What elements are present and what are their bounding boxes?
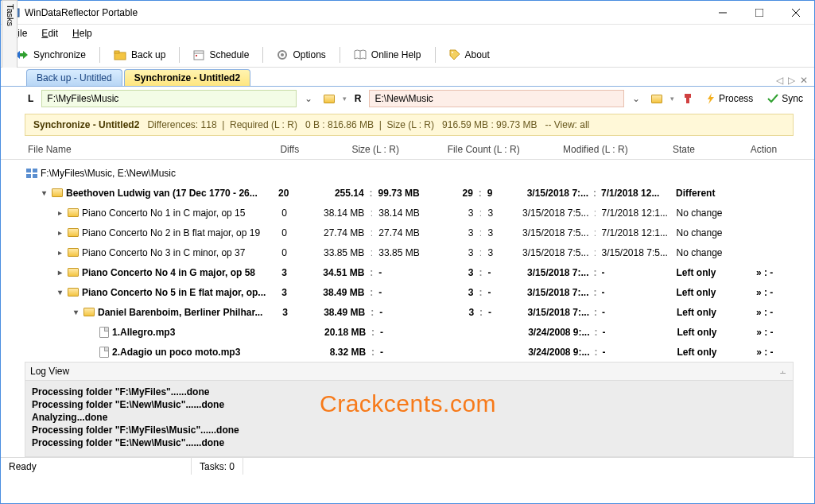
tab-next-icon[interactable]: ▷ xyxy=(788,75,795,86)
header-size[interactable]: Size (L : R) xyxy=(309,144,443,155)
toolbar-sync-label: Synchronize xyxy=(33,49,86,60)
logview-body: Processing folder "F:\MyFiles"......done… xyxy=(25,381,794,457)
expander-icon[interactable]: ▸ xyxy=(55,228,64,237)
summary-view-label: -- View: xyxy=(545,119,576,130)
table-row[interactable]: ▸ Piano Concerto No 4 in G major, op 58 … xyxy=(25,262,794,282)
toolbar-options-label: Options xyxy=(293,49,325,60)
row-size: 38.49 MB:- xyxy=(303,307,441,318)
expander-icon[interactable]: ▸ xyxy=(55,268,64,277)
row-name: Piano Concerto No 5 in E flat major, op.… xyxy=(82,287,266,298)
close-button[interactable] xyxy=(778,1,814,24)
header-action[interactable]: Action xyxy=(734,144,794,155)
process-button[interactable]: Process xyxy=(701,91,758,106)
row-modified: 3/15/2018 7:5...:3/15/2018 7:5... xyxy=(521,247,670,258)
header-modified[interactable]: Modified (L : R) xyxy=(525,144,666,155)
sync-button[interactable]: Sync xyxy=(763,91,808,106)
row-count: 3:3 xyxy=(440,227,520,238)
tab-backup[interactable]: Back up - Untitled xyxy=(26,69,122,86)
table-row[interactable]: ▾ Piano Concerto No 5 in E flat major, o… xyxy=(25,282,794,302)
root-row[interactable]: F:\MyFiles\Music, E:\New\Music xyxy=(25,163,794,183)
left-browse-dropdown-icon[interactable]: ▾ xyxy=(343,95,347,103)
toolbar-schedule[interactable]: Schedule xyxy=(186,46,256,64)
grid-header: File Name Diffs Size (L : R) File Count … xyxy=(1,139,814,160)
svg-rect-8 xyxy=(194,51,204,60)
header-diffs[interactable]: Diffs xyxy=(271,144,309,155)
menu-help[interactable]: Help xyxy=(66,26,99,41)
folder-icon xyxy=(52,188,63,197)
grid-body: F:\MyFiles\Music, E:\New\Music ▾ Beethov… xyxy=(1,160,814,360)
left-path-input[interactable] xyxy=(41,90,296,107)
row-size: 38.14 MB:38.14 MB xyxy=(302,207,440,219)
svg-rect-7 xyxy=(114,51,119,53)
lightning-icon xyxy=(706,93,716,104)
summary-required: 0 B : 816.86 MB xyxy=(305,119,374,130)
pin-icon[interactable]: ⫠ xyxy=(778,366,788,377)
toolbar-help-label: Online Help xyxy=(371,49,421,60)
filter-icon[interactable] xyxy=(679,90,697,107)
row-size: 27.74 MB:27.74 MB xyxy=(302,227,440,238)
summary-required-label: Required (L : R) xyxy=(230,119,297,130)
toolbar-backup-label: Back up xyxy=(131,49,165,60)
header-state[interactable]: State xyxy=(666,144,734,155)
minimize-button[interactable] xyxy=(704,1,741,24)
table-row[interactable]: ▾ Beethoven Ludwig van (17 Dec 1770 - 26… xyxy=(25,183,794,203)
tab-synchronize[interactable]: Synchronize - Untitled2 xyxy=(124,69,250,86)
expander-icon[interactable]: ▾ xyxy=(55,288,64,297)
right-path-input[interactable] xyxy=(369,90,623,107)
svg-rect-10 xyxy=(196,55,197,56)
toolbar-options[interactable]: Options xyxy=(270,46,332,64)
gear-icon xyxy=(277,49,288,60)
toolbar-backup[interactable]: Back up xyxy=(107,46,173,64)
folder-icon xyxy=(68,228,79,237)
left-path-dropdown-icon[interactable]: ⌄ xyxy=(301,93,316,104)
expander-icon[interactable]: ▸ xyxy=(55,208,64,217)
toolbar-about[interactable]: About xyxy=(442,46,497,64)
row-count: 3:- xyxy=(440,267,520,278)
right-path-label: R xyxy=(351,93,365,104)
row-diffs: 20 xyxy=(266,188,302,199)
separator xyxy=(435,47,436,63)
process-label: Process xyxy=(719,93,753,104)
toolbar-synchronize[interactable]: Synchronize xyxy=(7,46,93,64)
table-row[interactable]: ▸ Piano Concerto No 3 in C minor, op 37 … xyxy=(25,242,794,262)
toolbar-onlinehelp[interactable]: Online Help xyxy=(347,46,429,64)
table-row[interactable]: ▾ Daniel Barenboim, Berliner Philhar... … xyxy=(25,302,794,322)
right-browse-dropdown-icon[interactable]: ▾ xyxy=(670,95,674,103)
row-name: 1.Allegro.mp3 xyxy=(112,327,175,338)
root-text: F:\MyFiles\Music, E:\New\Music xyxy=(41,168,176,179)
log-line: Processing folder "F:\MyFiles\Music"....… xyxy=(32,424,786,436)
row-action: » : - xyxy=(735,307,794,318)
table-row[interactable]: 1.Allegro.mp3 20.18 MB:- 3/24/2008 9:...… xyxy=(25,322,794,342)
table-row[interactable]: ▸ Piano Concerto No 2 in B flat major, o… xyxy=(25,223,794,242)
svg-rect-16 xyxy=(686,98,689,103)
row-size: 33.85 MB:33.85 MB xyxy=(302,247,440,258)
svg-rect-18 xyxy=(33,169,37,173)
left-browse-icon[interactable] xyxy=(320,90,338,107)
header-filename[interactable]: File Name xyxy=(25,144,271,155)
right-browse-icon[interactable] xyxy=(648,90,666,107)
row-modified: 3/24/2008 9:...:- xyxy=(522,327,671,338)
row-count: 3:- xyxy=(440,287,520,298)
menu-edit[interactable]: Edit xyxy=(35,26,64,41)
tab-prev-icon[interactable]: ◁ xyxy=(776,75,783,86)
expander-icon[interactable]: ▸ xyxy=(55,248,64,257)
row-size: 8.32 MB:- xyxy=(304,347,442,358)
sync-label: Sync xyxy=(782,93,803,104)
row-count: 29:9 xyxy=(440,188,520,199)
tab-close-icon[interactable]: ✕ xyxy=(800,75,808,86)
expander-icon[interactable]: ▾ xyxy=(71,308,80,316)
row-state: Left only xyxy=(670,267,736,278)
right-path-dropdown-icon[interactable]: ⌄ xyxy=(629,93,643,104)
row-diffs: 3 xyxy=(266,287,303,298)
table-row[interactable]: ▸ Piano Concerto No 1 in C major, op 15 … xyxy=(25,203,794,223)
folder-icon xyxy=(83,308,95,316)
log-line: Processing folder "E:\New\Music"......do… xyxy=(32,436,786,449)
row-state: Left only xyxy=(671,347,736,358)
table-row[interactable]: 2.Adagio un poco moto.mp3 8.32 MB:- 3/24… xyxy=(25,342,794,360)
row-name: Daniel Barenboim, Berliner Philhar... xyxy=(98,307,262,318)
summary-diffs: 118 xyxy=(201,119,217,130)
expander-icon[interactable]: ▾ xyxy=(39,188,49,197)
header-count[interactable]: File Count (L : R) xyxy=(443,144,525,155)
file-icon xyxy=(99,347,109,358)
maximize-button[interactable] xyxy=(741,1,778,24)
